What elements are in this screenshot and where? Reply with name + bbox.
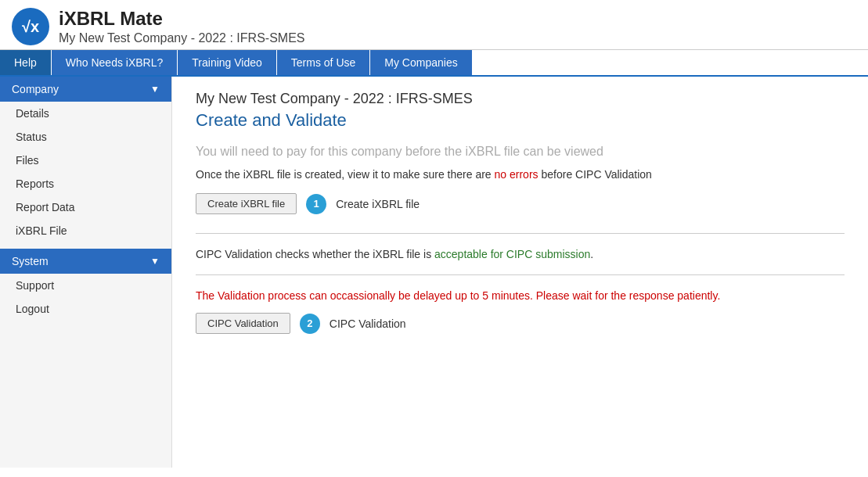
navbar: Help Who Needs iXBRL? Training Video Ter…: [0, 50, 868, 77]
step1-section: Create iXBRL file 1 Create iXBRL file: [196, 193, 845, 214]
logo-symbol: √x: [22, 18, 39, 36]
main-layout: Company ▼ Details Status Files Reports R…: [0, 77, 868, 468]
step1-label: Create iXBRL file: [336, 198, 420, 210]
content-page-title: Create and Validate: [196, 110, 845, 131]
no-errors-highlight: no errors: [495, 168, 538, 181]
content-company-title: My New Test Company - 2022 : IFRS-SMES: [196, 91, 845, 107]
company-subtitle: My New Test Company - 2022 : IFRS-SMES: [59, 31, 304, 45]
app-header: √x iXBRL Mate My New Test Company - 2022…: [0, 0, 868, 50]
sidebar-item-report-data[interactable]: Report Data: [0, 195, 171, 219]
header-text: iXBRL Mate My New Test Company - 2022 : …: [59, 8, 304, 45]
cipc-validation-button[interactable]: CIPC Validation: [196, 313, 290, 334]
step1-row: Create iXBRL file 1 Create iXBRL file: [196, 193, 845, 214]
create-instruction: Once the iXBRL file is created, view it …: [196, 168, 845, 181]
sidebar-item-support[interactable]: Support: [0, 274, 171, 297]
cipc-highlight: acceptable for CIPC submission: [434, 248, 590, 260]
sidebar: Company ▼ Details Status Files Reports R…: [0, 77, 172, 468]
chevron-down-icon-system: ▼: [150, 256, 160, 267]
pay-notice: You will need to pay for this company be…: [196, 145, 845, 159]
nav-help[interactable]: Help: [0, 50, 52, 75]
sidebar-item-status[interactable]: Status: [0, 125, 171, 149]
nav-my-companies[interactable]: My Companies: [370, 50, 472, 75]
sidebar-company-header[interactable]: Company ▼: [0, 77, 171, 102]
sidebar-item-files[interactable]: Files: [0, 149, 171, 172]
chevron-down-icon: ▼: [150, 84, 160, 95]
app-title: iXBRL Mate: [59, 8, 304, 30]
sidebar-company-label: Company: [12, 83, 59, 95]
sidebar-item-details[interactable]: Details: [0, 102, 171, 125]
nav-who-needs-ixbrl[interactable]: Who Needs iXBRL?: [52, 50, 178, 75]
step2-label: CIPC Validation: [330, 317, 406, 330]
sidebar-system-header[interactable]: System ▼: [0, 249, 171, 274]
sidebar-item-logout[interactable]: Logout: [0, 297, 171, 321]
sidebar-system-label: System: [12, 255, 49, 267]
sidebar-item-reports[interactable]: Reports: [0, 172, 171, 195]
main-content: My New Test Company - 2022 : IFRS-SMES C…: [172, 77, 868, 468]
sidebar-item-ixbrl-file[interactable]: iXBRL File: [0, 219, 171, 242]
cipc-info: CIPC Validation checks whether the iXBRL…: [196, 248, 845, 260]
step2-section: CIPC Validation 2 CIPC Validation: [196, 313, 845, 334]
nav-training-video[interactable]: Training Video: [178, 50, 277, 75]
nav-terms-of-use[interactable]: Terms of Use: [277, 50, 370, 75]
step1-badge: 1: [306, 194, 326, 214]
step2-row: CIPC Validation 2 CIPC Validation: [196, 313, 845, 334]
section-divider: [196, 233, 845, 234]
section-divider-2: [196, 274, 845, 275]
step2-badge: 2: [300, 314, 320, 334]
create-ixbrl-button[interactable]: Create iXBRL file: [196, 193, 297, 214]
validation-warning: The Validation process can occassionally…: [196, 289, 845, 302]
app-logo: √x: [12, 8, 49, 45]
